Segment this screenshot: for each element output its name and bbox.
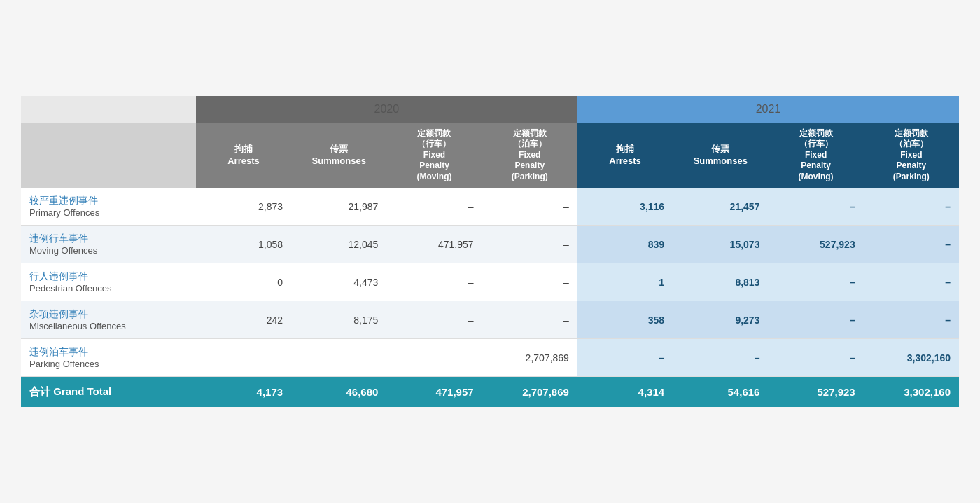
row-fp-parking-2021-0: – (864, 188, 959, 226)
col-arrests-2021-header: 拘捕 Arrests (578, 123, 673, 188)
statistics-table: 2020 2021 拘捕 Arrests 传票 Summonses 定额罚款（行… (21, 96, 959, 408)
col-fp-moving-2020-header: 定额罚款（行车）FixedPenalty(Moving) (386, 123, 482, 188)
table-row: 违例行车事件 Moving Offences 1,058 12,045 471,… (21, 226, 959, 263)
row-arrests-2021-1: 839 (578, 226, 673, 263)
row-fp-moving-2021-0: – (768, 188, 863, 226)
row-chinese-2: 行人违例事件 (29, 270, 188, 283)
row-fp-moving-2020-1: 471,957 (386, 226, 482, 263)
row-summonses-2020-3: 8,175 (291, 301, 386, 339)
total-fp-parking-2021: 3,302,160 (864, 377, 959, 408)
row-summonses-2020-4: – (291, 339, 386, 377)
total-summonses-2020: 46,680 (291, 377, 386, 408)
year-2021-header: 2021 (578, 96, 959, 123)
col-arrests-2020-header: 拘捕 Arrests (196, 123, 291, 188)
row-arrests-2021-4: – (578, 339, 673, 377)
total-row: 合计 Grand Total 4,173 46,680 471,957 2,70… (21, 377, 959, 408)
arrests-en-2020: Arrests (227, 156, 260, 166)
total-label: 合计 Grand Total (21, 377, 196, 408)
row-chinese-3: 杂项违例事件 (29, 308, 188, 321)
row-summonses-2020-2: 4,473 (291, 263, 386, 301)
row-summonses-2021-4: – (673, 339, 768, 377)
total-arrests-2021: 4,314 (578, 377, 673, 408)
row-arrests-2020-4: – (196, 339, 291, 377)
row-fp-moving-2020-0: – (386, 188, 482, 226)
row-summonses-2020-1: 12,045 (291, 226, 386, 263)
col-summonses-2020-header: 传票 Summonses (291, 123, 386, 188)
row-fp-moving-2021-4: – (768, 339, 863, 377)
row-summonses-2021-3: 9,273 (673, 301, 768, 339)
row-english-1: Moving Offences (29, 245, 188, 256)
col-fp-parking-2020-header: 定额罚款（泊车）FixedPenalty(Parking) (482, 123, 578, 188)
total-en: Grand Total (53, 385, 111, 397)
row-label-3: 杂项违例事件 Miscellaneous Offences (21, 301, 196, 339)
arrests-zh-2021: 拘捕 (616, 144, 634, 154)
row-label-0: 较严重违例事件 Primary Offences (21, 188, 196, 226)
row-fp-moving-2020-2: – (386, 263, 482, 301)
empty-header-cell (21, 96, 196, 123)
row-fp-parking-2020-4: 2,707,869 (482, 339, 578, 377)
row-fp-parking-2020-2: – (482, 263, 578, 301)
row-fp-parking-2020-0: – (482, 188, 578, 226)
row-english-3: Miscellaneous Offences (29, 321, 188, 331)
row-summonses-2021-1: 15,073 (673, 226, 768, 263)
row-english-2: Pedestrian Offences (29, 283, 188, 294)
col-summonses-2021-header: 传票 Summonses (673, 123, 768, 188)
row-fp-parking-2021-3: – (864, 301, 959, 339)
row-english-4: Parking Offences (29, 359, 188, 369)
col-fp-moving-2021-header: 定额罚款（行车）FixedPenalty(Moving) (768, 123, 863, 188)
row-fp-moving-2020-4: – (386, 339, 482, 377)
row-fp-moving-2021-3: – (768, 301, 863, 339)
row-arrests-2020-2: 0 (196, 263, 291, 301)
row-arrests-2020-0: 2,873 (196, 188, 291, 226)
row-arrests-2020-3: 242 (196, 301, 291, 339)
col-label-header (21, 123, 196, 188)
total-summonses-2021: 54,616 (673, 377, 768, 408)
table-row: 较严重违例事件 Primary Offences 2,873 21,987 – … (21, 188, 959, 226)
row-label-4: 违例泊车事件 Parking Offences (21, 339, 196, 377)
row-english-0: Primary Offences (29, 207, 188, 218)
col-fp-parking-2021-header: 定额罚款（泊车）FixedPenalty(Parking) (864, 123, 959, 188)
total-arrests-2020: 4,173 (196, 377, 291, 408)
row-fp-parking-2020-1: – (482, 226, 578, 263)
table-row: 行人违例事件 Pedestrian Offences 0 4,473 – – 1… (21, 263, 959, 301)
total-zh: 合计 (29, 385, 50, 397)
row-summonses-2021-2: 8,813 (673, 263, 768, 301)
row-label-1: 违例行车事件 Moving Offences (21, 226, 196, 263)
year-header-row: 2020 2021 (21, 96, 959, 123)
row-fp-parking-2021-4: 3,302,160 (864, 339, 959, 377)
summonses-zh-2021: 传票 (711, 144, 729, 154)
year-2020-header: 2020 (196, 96, 578, 123)
arrests-en-2021: Arrests (609, 156, 641, 166)
row-chinese-4: 违例泊车事件 (29, 346, 188, 359)
total-fp-parking-2020: 2,707,869 (482, 377, 578, 408)
row-fp-moving-2020-3: – (386, 301, 482, 339)
row-arrests-2021-3: 358 (578, 301, 673, 339)
summonses-zh-2020: 传票 (330, 144, 348, 154)
row-label-2: 行人违例事件 Pedestrian Offences (21, 263, 196, 301)
row-arrests-2021-0: 3,116 (578, 188, 673, 226)
row-summonses-2020-0: 21,987 (291, 188, 386, 226)
total-fp-moving-2021: 527,923 (768, 377, 863, 408)
row-chinese-0: 较严重违例事件 (29, 195, 188, 207)
row-chinese-1: 违例行车事件 (29, 233, 188, 245)
row-arrests-2020-1: 1,058 (196, 226, 291, 263)
table-row: 杂项违例事件 Miscellaneous Offences 242 8,175 … (21, 301, 959, 339)
row-fp-parking-2021-2: – (864, 263, 959, 301)
row-summonses-2021-0: 21,457 (673, 188, 768, 226)
arrests-zh-2020: 拘捕 (234, 144, 253, 154)
table-body: 较严重违例事件 Primary Offences 2,873 21,987 – … (21, 188, 959, 377)
row-fp-parking-2020-3: – (482, 301, 578, 339)
table-row: 违例泊车事件 Parking Offences – – – 2,707,869 … (21, 339, 959, 377)
column-header-row: 拘捕 Arrests 传票 Summonses 定额罚款（行车）FixedPen… (21, 123, 959, 188)
row-fp-moving-2021-2: – (768, 263, 863, 301)
total-fp-moving-2020: 471,957 (386, 377, 482, 408)
summonses-en-2021: Summonses (694, 156, 748, 166)
row-fp-moving-2021-1: 527,923 (768, 226, 863, 263)
main-table-wrapper: 2020 2021 拘捕 Arrests 传票 Summonses 定额罚款（行… (21, 96, 959, 408)
row-arrests-2021-2: 1 (578, 263, 673, 301)
row-fp-parking-2021-1: – (864, 226, 959, 263)
summonses-en-2020: Summonses (312, 156, 366, 166)
